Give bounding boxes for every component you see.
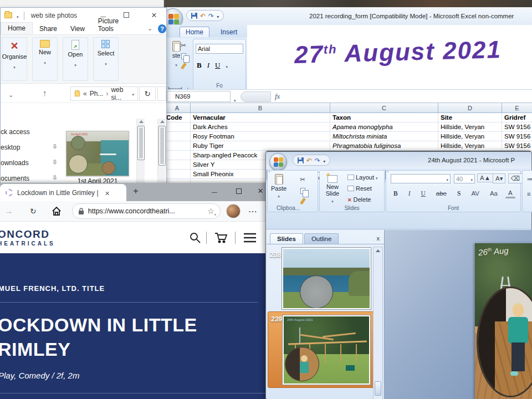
cell-gridref[interactable]: SW 9156 (502, 122, 532, 132)
cell-vernacular[interactable]: Ruby Tiger (191, 141, 330, 151)
font-name-combo[interactable]: Arial (196, 44, 243, 54)
breadcrumb[interactable]: web si... (111, 86, 129, 101)
character-spacing-button[interactable]: AV (468, 189, 482, 198)
table-row[interactable] (164, 122, 191, 132)
browser-maximize-icon[interactable] (236, 188, 242, 194)
url-text[interactable]: https://www.concordtheatri... (88, 207, 175, 215)
panel-tab-slides[interactable]: Slides (270, 233, 303, 244)
cell-code-header[interactable]: Code (164, 113, 191, 122)
address-dropdown-icon[interactable] (132, 90, 134, 98)
address-bar[interactable]: Ph... web si... (70, 86, 138, 101)
redo-icon[interactable] (315, 155, 320, 165)
scroll-up-icon[interactable] (376, 249, 380, 252)
search-icon[interactable] (188, 231, 202, 244)
browser-minimize-icon[interactable] (206, 187, 223, 196)
sidebar-item-quick-access[interactable]: ck access (1, 128, 30, 136)
cell-taxon-header[interactable]: Taxon (330, 113, 438, 122)
cell-site[interactable]: Hillside, Veryan (438, 122, 502, 132)
excel-tab-insert[interactable]: Insert (215, 27, 243, 37)
address-omnibox[interactable]: https://www.concordtheatri... (72, 203, 221, 219)
scrollbar-thumb[interactable] (138, 126, 144, 160)
new-tab-icon[interactable] (133, 186, 139, 197)
font-color-button[interactable]: A (505, 188, 515, 198)
cell-gridref-header[interactable]: Gridref (502, 113, 532, 122)
cut-icon[interactable] (181, 40, 186, 50)
undo-icon[interactable] (200, 11, 206, 21)
sidebar-item-downloads[interactable]: ownloads (1, 159, 29, 167)
ppt-font-name-combo[interactable] (391, 174, 451, 183)
forward-icon[interactable] (4, 206, 13, 216)
col-header-a[interactable]: A (164, 103, 191, 113)
save-icon[interactable] (191, 13, 197, 19)
panel-close-icon[interactable]: x (377, 235, 380, 242)
favorite-star-icon[interactable] (207, 206, 214, 216)
cell-taxon[interactable]: Apamea monoglypha (330, 122, 438, 132)
home-icon[interactable] (51, 206, 62, 217)
refresh-button[interactable] (139, 86, 156, 101)
table-row[interactable] (164, 170, 191, 179)
sidebar-item-documents[interactable]: ocuments (1, 175, 29, 182)
col-header-b[interactable]: B (191, 103, 330, 113)
cut-icon[interactable] (300, 174, 305, 184)
copy-icon[interactable] (300, 188, 305, 194)
minimize-icon[interactable] (95, 12, 111, 20)
ppt-underline-button[interactable]: U (418, 189, 428, 198)
scroll-up-icon[interactable] (160, 120, 165, 123)
redo-icon[interactable] (208, 11, 214, 21)
bullets-icon[interactable]: ≔ (524, 174, 532, 184)
ppt-bold-button[interactable]: B (391, 189, 401, 198)
ppt-font-size-combo[interactable]: 40 (454, 174, 475, 183)
site-logo-line1[interactable]: ONCORD (0, 228, 49, 241)
text-shadow-button[interactable]: S (454, 189, 463, 198)
table-row[interactable] (164, 141, 191, 151)
site-logo-line2[interactable]: HEATRICALS (0, 241, 55, 247)
browser-menu-icon[interactable] (248, 206, 257, 217)
scrollbar-thumb[interactable] (159, 126, 165, 165)
crumb-overflow-icon[interactable] (83, 90, 87, 98)
table-row[interactable] (164, 160, 191, 170)
cell-site[interactable]: Hillside, Veryan (438, 141, 502, 151)
explorer-tab-share[interactable]: Share (33, 23, 64, 34)
slides-panel-scrollbar[interactable] (373, 247, 383, 399)
search-box-sliver[interactable] (157, 86, 166, 101)
explorer-title-bar[interactable]: | web site photos (1, 8, 166, 23)
underline-button[interactable]: U (215, 61, 220, 70)
up-icon[interactable] (43, 88, 47, 98)
cell-site[interactable]: Hillside, Veryan (438, 132, 502, 141)
format-painter-icon[interactable] (181, 63, 187, 70)
cell-vernacular[interactable]: Dark Arches (191, 122, 330, 132)
reset-button[interactable]: Reset (347, 185, 372, 192)
cell-taxon[interactable]: Phragmatobia fuliginosa (330, 141, 438, 151)
save-icon[interactable] (298, 157, 304, 163)
table-row[interactable] (164, 151, 191, 160)
name-box[interactable]: N369 (167, 91, 231, 102)
cell-gridref[interactable]: SW 9156 (502, 132, 532, 141)
explorer-tab-view[interactable]: View (64, 23, 91, 34)
insert-function-icon[interactable]: fx (275, 92, 280, 101)
slide-thumbnail-238[interactable]: 23rd August 2021 (282, 248, 371, 309)
clipboard-dialog-launcher-icon[interactable] (267, 170, 267, 180)
align-left-icon[interactable]: ≡ (524, 190, 532, 198)
scroll-up-icon[interactable] (139, 120, 144, 123)
ribbon-collapse-icon[interactable] (147, 23, 152, 33)
qat-customize-icon[interactable] (217, 11, 219, 21)
layout-button[interactable]: Layout (347, 174, 378, 181)
strikethrough-button[interactable]: abe (433, 189, 449, 198)
breadcrumb[interactable]: Ph... (90, 90, 104, 98)
profile-avatar[interactable] (226, 204, 241, 218)
ppt-office-button-icon[interactable] (269, 153, 287, 171)
tab-close-icon[interactable] (105, 188, 110, 198)
cell-taxon[interactable]: Miltochrista miniata (330, 132, 438, 141)
new-button[interactable]: New (32, 37, 58, 81)
undo-icon[interactable] (306, 155, 312, 165)
clear-formatting-icon[interactable]: ⌫ (508, 173, 523, 183)
photo-thumbnail[interactable]: 1st April 2021 (66, 131, 129, 176)
cell-vernacular-header[interactable]: Vernacular (191, 113, 330, 122)
italic-button[interactable]: I (207, 61, 209, 70)
explorer-qat-dropdown-icon[interactable] (17, 11, 19, 21)
bold-button[interactable]: B (197, 61, 202, 70)
select-button[interactable]: Select (93, 37, 119, 81)
col-header-d[interactable]: D (438, 103, 502, 113)
browser-tab[interactable]: Lockdown in Little Grimley | Con (0, 184, 126, 201)
help-icon[interactable]: ? (158, 24, 166, 33)
